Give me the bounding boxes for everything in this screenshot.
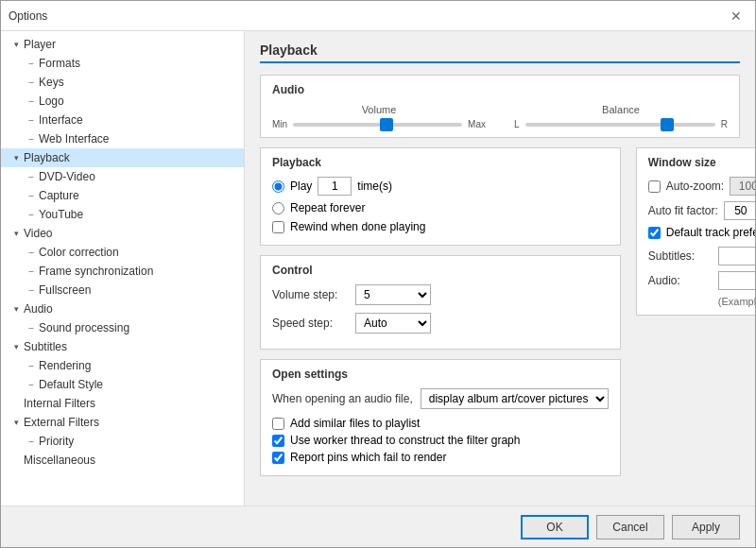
tree-item-capture[interactable]: – Capture (1, 186, 244, 205)
dash-icon-formats: – (24, 59, 39, 68)
balance-right: R (721, 119, 728, 129)
tree-item-formats[interactable]: – Formats (1, 54, 244, 73)
tree-item-web-interface[interactable]: – Web Interface (1, 129, 244, 148)
apply-button[interactable]: Apply (672, 515, 740, 539)
cancel-button[interactable]: Cancel (596, 515, 664, 539)
dash-icon-rendering: – (24, 361, 39, 370)
tree-label-miscellaneous: Miscellaneous (24, 454, 95, 467)
add-similar-row: Add similar files to playlist (272, 417, 609, 430)
repeat-radio[interactable] (272, 202, 284, 214)
subtitles-field-label: Subtitles: (648, 249, 713, 263)
options-window: Options ✕ ▾ Player – Formats – K (0, 0, 756, 548)
use-worker-label: Use worker thread to construct the filte… (290, 434, 520, 447)
dash-icon-web-interface: – (24, 134, 39, 144)
tree-item-sound-processing[interactable]: – Sound processing (1, 318, 244, 337)
tree-label-fullscreen: Fullscreen (39, 283, 91, 297)
tree-label-sound: Sound processing (39, 321, 129, 334)
dash-icon-frame: – (24, 266, 39, 276)
expand-icon-playback: ▾ (9, 153, 24, 163)
tree-item-internal-filters[interactable]: Internal Filters (1, 394, 244, 413)
tree-item-playback[interactable]: ▾ Playback (1, 148, 244, 167)
open-settings-group: Open settings When opening an audio file… (260, 359, 621, 476)
dash-icon-youtube: – (24, 210, 39, 219)
subtitles-input[interactable] (718, 247, 755, 265)
balance-track-row: L R (514, 119, 728, 129)
tree-item-rendering[interactable]: – Rendering (1, 356, 244, 375)
dash-icon-color: – (24, 248, 39, 257)
tree-label-priority: Priority (39, 435, 74, 448)
tree-item-priority[interactable]: – Priority (1, 432, 244, 451)
expand-icon-external: ▾ (9, 418, 24, 427)
tree-label-color: Color correction (39, 246, 119, 259)
dash-icon-logo: – (24, 96, 39, 106)
balance-left: L (514, 119, 520, 129)
play-count-input[interactable] (318, 177, 352, 196)
tree-item-frame-sync[interactable]: – Frame synchronization (1, 262, 244, 281)
rewind-checkbox[interactable] (272, 221, 284, 233)
right-col: Window size Auto-zoom: ▾ Auto fit factor… (636, 147, 755, 486)
tree-item-color-correction[interactable]: – Color correction (1, 243, 244, 262)
play-radio[interactable] (272, 180, 284, 193)
volume-step-select[interactable]: 5 1 2 10 (355, 284, 431, 305)
subtitles-input-row: Subtitles: (648, 247, 755, 265)
tree-item-video[interactable]: ▾ Video (1, 224, 244, 243)
tree-item-default-style[interactable]: – Default Style (1, 375, 244, 394)
volume-label: Volume (362, 104, 397, 115)
tree-label-logo: Logo (39, 94, 64, 108)
right-panel: Playback Audio Volume Min Max (245, 31, 755, 505)
speed-step-select[interactable]: Auto 0.1 0.5 1.0 (355, 313, 431, 334)
tree-item-logo[interactable]: – Logo (1, 92, 244, 111)
repeat-radio-row: Repeat forever (272, 201, 609, 214)
use-worker-checkbox[interactable] (272, 435, 284, 447)
tree-item-player[interactable]: ▾ Player (1, 35, 244, 54)
default-track-checkbox[interactable] (648, 227, 661, 239)
tree-item-external-filters[interactable]: ▾ External Filters (1, 413, 244, 432)
auto-fit-label: Auto fit factor: (648, 204, 718, 217)
audio-input[interactable] (718, 271, 755, 290)
tree-item-audio[interactable]: ▾ Audio (1, 300, 244, 318)
balance-thumb[interactable] (661, 118, 674, 131)
hint-text: (Example: eng jap swe) (648, 296, 755, 307)
add-similar-label: Add similar files to playlist (290, 417, 420, 430)
report-pins-checkbox[interactable] (272, 452, 284, 464)
balance-label: Balance (602, 104, 640, 115)
default-track-row: Default track preference (648, 226, 755, 239)
tree-item-interface[interactable]: – Interface (1, 111, 244, 129)
tree-label-player: Player (24, 38, 56, 51)
rewind-checkbox-row: Rewind when done playing (272, 220, 609, 233)
tree-item-youtube[interactable]: – YouTube (1, 205, 244, 224)
play-radio-label: Play (290, 180, 312, 193)
volume-thumb[interactable] (380, 118, 393, 131)
tree-label-keys: Keys (39, 76, 64, 89)
report-pins-label: Report pins which fail to render (290, 451, 446, 464)
window-title: Options (9, 9, 47, 23)
auto-zoom-input[interactable] (730, 177, 755, 196)
tree-item-dvd-video[interactable]: – DVD-Video (1, 167, 244, 186)
tree-label-default-style: Default Style (39, 378, 103, 391)
volume-min: Min (272, 119, 287, 129)
volume-max: Max (468, 119, 486, 129)
tree-item-keys[interactable]: – Keys (1, 73, 244, 92)
balance-track[interactable] (525, 123, 715, 127)
spacer-misc (9, 455, 24, 465)
rewind-label: Rewind when done playing (290, 220, 425, 233)
volume-track[interactable] (293, 123, 462, 127)
ok-button[interactable]: OK (521, 515, 589, 539)
auto-zoom-checkbox[interactable] (648, 180, 661, 193)
two-col: Playback Play time(s) Repeat forever (260, 147, 740, 486)
auto-fit-input[interactable] (724, 201, 755, 220)
tree-item-subtitles[interactable]: ▾ Subtitles (1, 337, 244, 356)
auto-zoom-row: Auto-zoom: ▾ (648, 177, 755, 196)
close-button[interactable]: ✕ (725, 5, 747, 27)
tree-label-formats: Formats (39, 57, 80, 70)
tree-item-miscellaneous[interactable]: Miscellaneous (1, 451, 244, 470)
when-select[interactable]: display album art/cover pictures do noth… (421, 388, 609, 409)
volume-track-row: Min Max (272, 119, 486, 129)
add-similar-checkbox[interactable] (272, 418, 284, 430)
when-label: When opening an audio file, (272, 392, 413, 405)
tree-label-youtube: YouTube (39, 208, 83, 221)
tree-item-fullscreen[interactable]: – Fullscreen (1, 281, 244, 300)
expand-icon-video: ▾ (9, 229, 24, 238)
dash-icon-fullscreen: – (24, 285, 39, 295)
spacer-internal (9, 399, 24, 408)
